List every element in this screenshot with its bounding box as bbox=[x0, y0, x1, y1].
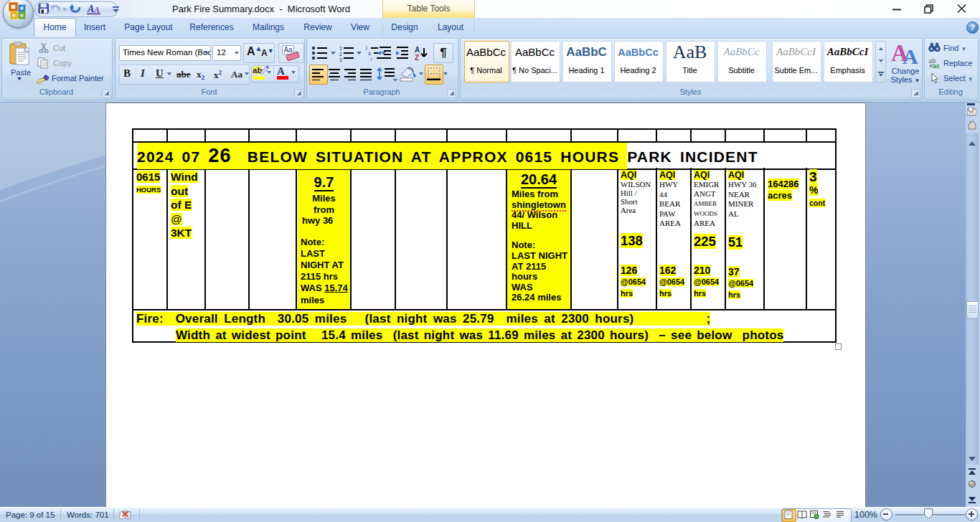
svg-text:1: 1 bbox=[365, 45, 368, 50]
svg-text:2: 2 bbox=[339, 52, 342, 57]
svg-text:1: 1 bbox=[339, 46, 342, 51]
svg-text:A: A bbox=[87, 4, 94, 14]
svg-text:ac: ac bbox=[933, 62, 940, 69]
svg-text:i: i bbox=[371, 57, 372, 62]
svg-text:3: 3 bbox=[339, 57, 342, 62]
svg-text:A: A bbox=[93, 5, 100, 15]
svg-text:a: a bbox=[368, 51, 371, 56]
svg-text:Z: Z bbox=[415, 54, 419, 62]
svg-text:A: A bbox=[415, 46, 420, 54]
